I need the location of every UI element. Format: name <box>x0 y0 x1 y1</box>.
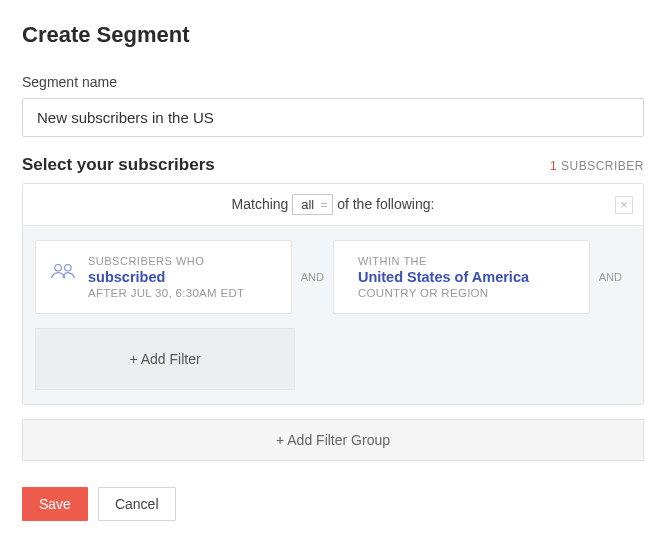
filter-card-country[interactable]: WITHIN THE United States of America COUN… <box>333 240 590 314</box>
filter-main: subscribed <box>88 269 275 285</box>
form-actions: Save Cancel <box>22 487 644 521</box>
page-title: Create Segment <box>22 22 644 48</box>
segment-name-label: Segment name <box>22 74 644 90</box>
subscriber-count: 1 SUBSCRIBER <box>550 159 644 173</box>
filter-card-subscribed[interactable]: SUBSCRIBERS WHO subscribed AFTER JUL 30,… <box>35 240 292 314</box>
add-filter-button[interactable]: + Add Filter <box>35 328 295 390</box>
match-suffix: of the following: <box>337 196 434 212</box>
svg-point-0 <box>55 265 62 272</box>
remove-group-button[interactable]: × <box>615 196 633 214</box>
and-joiner-trailing: AND <box>590 240 631 314</box>
subscribers-heading: Select your subscribers <box>22 155 215 175</box>
match-bar: Matching all of the following: × <box>23 184 643 226</box>
add-filter-group-button[interactable]: + Add Filter Group <box>22 419 644 461</box>
match-prefix: Matching <box>232 196 289 212</box>
filter-group: Matching all of the following: × SUBSCRI… <box>22 183 644 405</box>
filter-sub: COUNTRY OR REGION <box>358 287 573 299</box>
and-joiner: AND <box>292 240 333 314</box>
save-button[interactable]: Save <box>22 487 88 521</box>
subscriber-count-label: SUBSCRIBER <box>561 159 644 173</box>
subscriber-count-number: 1 <box>550 159 557 173</box>
svg-point-1 <box>65 265 72 272</box>
match-mode-select[interactable]: all <box>292 194 333 215</box>
cancel-button[interactable]: Cancel <box>98 487 176 521</box>
filter-sub: AFTER JUL 30, 6:30AM EDT <box>88 287 275 299</box>
filter-kicker: WITHIN THE <box>358 255 573 267</box>
segment-name-input[interactable] <box>22 98 644 137</box>
filters-area: SUBSCRIBERS WHO subscribed AFTER JUL 30,… <box>23 226 643 404</box>
people-icon <box>50 261 76 281</box>
filter-main: United States of America <box>358 269 573 285</box>
filter-kicker: SUBSCRIBERS WHO <box>88 255 275 267</box>
